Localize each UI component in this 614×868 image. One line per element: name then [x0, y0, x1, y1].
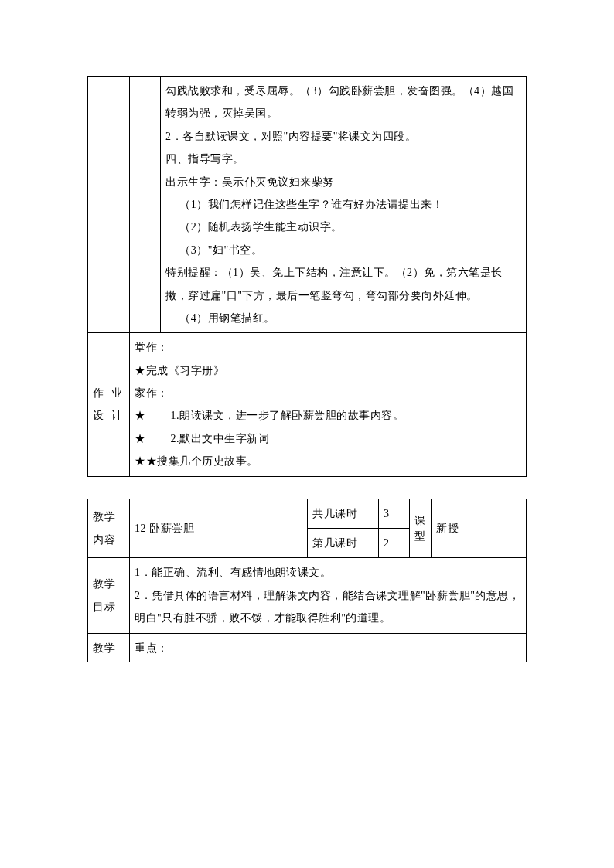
total-periods-value: 3 [379, 499, 410, 528]
hw-line-6: ★★搜集几个历史故事。 [135, 450, 521, 472]
type-value: 新授 [432, 499, 527, 558]
lower-table: 教学内容 12 卧薪尝胆 共几课时 3 课型 新授 第几课时 2 教学目标 1．… [87, 499, 527, 662]
upper-right-content: 勾践战败求和，受尽屈辱。（3）勾践卧薪尝胆，发奋图强。（4）越国转弱为强，灭掉吴… [161, 77, 527, 333]
para-5: （1）我们怎样记住这些生字？谁有好办法请提出来！ [165, 193, 523, 216]
para-7: （3）"妇"书空。 [165, 239, 523, 261]
homework-content: 堂作： ★完成《习字册》 家作： ★ 1.朗读课文，进一步了解卧薪尝胆的故事内容… [130, 333, 527, 476]
goal-text: 1．能正确、流利、有感情地朗读课文。 2．凭借具体的语言材料，理解课文内容，能结… [130, 558, 527, 633]
lesson-title: 12 卧薪尝胆 [130, 499, 308, 558]
para-4: 出示生字：吴示仆灭免议妇来柴努 [165, 171, 523, 193]
para-3: 四、指导写字。 [165, 148, 523, 170]
hw-line-1: 堂作： [135, 336, 521, 359]
upper-table: 勾践战败求和，受尽屈辱。（3）勾践卧薪尝胆，发奋图强。（4）越国转弱为强，灭掉吴… [87, 76, 527, 477]
para-1: 勾践战败求和，受尽屈辱。（3）勾践卧薪尝胆，发奋图强。（4）越国转弱为强，灭掉吴… [165, 80, 523, 125]
focus-label: 重点： [135, 642, 169, 654]
teach-label: 教学 [88, 633, 130, 662]
hw-line-5: ★ 2.默出文中生字新词 [135, 427, 521, 450]
para-9: （4）用钢笔描红。 [165, 307, 523, 329]
hw-line-4: ★ 1.朗读课文，进一步了解卧薪尝胆的故事内容。 [135, 404, 521, 427]
type-label: 课型 [410, 499, 432, 558]
para-2: 2．各自默读课文，对照"内容提要"将课文为四段。 [165, 125, 523, 148]
total-periods-label: 共几课时 [308, 499, 379, 528]
para-8: 特别提醒：（1）吴、免上下结构，注意让下。（2）免，第六笔是长撇，穿过扁"口"下… [165, 261, 523, 307]
upper-mid-empty [130, 77, 161, 333]
content-label: 教学内容 [88, 499, 130, 558]
focus-cell: 重点： [130, 633, 527, 662]
which-period-label: 第几课时 [308, 529, 379, 558]
goal-label: 教学目标 [88, 558, 130, 633]
homework-label: 作 业设 计 [88, 333, 130, 476]
hw-line-2: ★完成《习字册》 [135, 359, 521, 382]
goal-text-inner: 1．能正确、流利、有感情地朗读课文。 2．凭借具体的语言材料，理解课文内容，能结… [135, 561, 521, 629]
upper-left-empty [88, 77, 130, 333]
hw-line-3: 家作： [135, 382, 521, 404]
para-6: （2）随机表扬学生能主动识字。 [165, 216, 523, 238]
which-period-value: 2 [379, 529, 410, 558]
